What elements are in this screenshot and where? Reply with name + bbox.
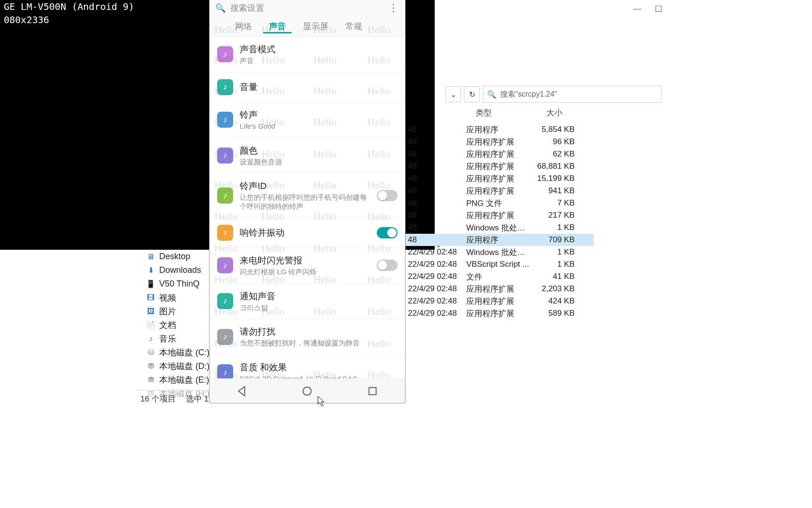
cell-type: 应用程序: [460, 235, 530, 246]
setting-icon: ♪: [217, 329, 233, 345]
cell-size: 7 KB: [530, 198, 577, 208]
setting-title: 铃声ID: [240, 180, 370, 192]
cell-type: 应用程序扩展: [460, 186, 530, 197]
table-row[interactable]: 48PNG 文件7 KB: [405, 197, 593, 209]
nav-item[interactable]: ♪音乐: [146, 332, 217, 345]
android-nav-bar: [210, 378, 405, 403]
table-row[interactable]: 48应用程序扩展217 KB: [405, 209, 593, 221]
settings-item[interactable]: ♪来电时闪光警报闪光灯根据 LG 铃声闪烁: [210, 248, 405, 283]
cell-date: 48: [408, 125, 460, 134]
chevron-down-icon: ⌄: [450, 90, 456, 99]
nav-label: Desktop: [159, 252, 190, 262]
cell-date: 48: [408, 174, 460, 183]
cell-type: 应用程序扩展: [460, 296, 530, 307]
settings-item[interactable]: ♪通知声音크리스탈: [210, 284, 405, 319]
explorer-search-input[interactable]: 🔍 搜索"scrcpy1.24": [483, 86, 662, 103]
nav-item[interactable]: 📄文档: [146, 318, 217, 332]
settings-item[interactable]: ♪铃声ID让您的手机根据呼叫您的手机号码创建每个呼叫的独特的铃声: [210, 173, 405, 218]
folder-icon: 🖼: [146, 307, 155, 316]
table-row[interactable]: 48应用程序扩展62 KB: [405, 148, 593, 160]
column-type[interactable]: 类型: [471, 107, 542, 118]
nav-item[interactable]: ⛃本地磁盘 (E:): [146, 373, 217, 386]
tab-general[interactable]: 常规: [337, 21, 371, 32]
address-history-dropdown[interactable]: ⌄: [445, 86, 461, 102]
nav-item[interactable]: 🎞视频: [146, 291, 217, 304]
table-row[interactable]: 22/4/29 02:48应用程序扩展2,203 KB: [405, 283, 593, 295]
setting-title: 声音模式: [240, 43, 398, 56]
nav-label: 图片: [159, 306, 176, 317]
setting-subtitle: 当您不想被打扰时，将通知设置为静音: [240, 339, 398, 348]
cell-size: 217 KB: [530, 211, 577, 220]
nav-item[interactable]: ⛁本地磁盘 (C:): [146, 345, 217, 359]
nav-item[interactable]: 🖥Desktop: [146, 250, 217, 263]
cell-size: 62 KB: [530, 149, 577, 159]
settings-item[interactable]: ♪响铃并振动: [210, 218, 405, 247]
tab-display[interactable]: 显示屏: [294, 21, 337, 32]
cell-type: 应用程序扩展: [460, 137, 530, 147]
status-item-count: 16 个项目: [140, 393, 176, 404]
tab-network[interactable]: 网络: [227, 21, 260, 32]
nav-item[interactable]: ⛃本地磁盘 (D:): [146, 359, 217, 373]
settings-item[interactable]: ♪颜色设置颜色音源: [210, 138, 405, 173]
setting-labels: 通知声音크리스탈: [240, 290, 398, 312]
cell-date: 48: [408, 186, 460, 196]
table-row[interactable]: 22/4/29 02:48文件41 KB: [405, 270, 593, 283]
setting-subtitle: 크리스탈: [240, 303, 398, 312]
recents-button[interactable]: [366, 385, 379, 398]
folder-icon: ⬇: [146, 266, 155, 275]
toggle-switch[interactable]: [377, 260, 398, 271]
cell-size: 941 KB: [530, 186, 577, 196]
setting-subtitle: 闪光灯根据 LG 铃声闪烁: [240, 268, 370, 277]
column-size[interactable]: 大小: [542, 107, 598, 118]
settings-item[interactable]: ♪请勿打扰当您不想被打扰时，将通知设置为静音: [210, 319, 405, 354]
explorer-column-headers: 类型 大小: [471, 107, 669, 118]
refresh-button[interactable]: ↻: [464, 86, 480, 102]
maximize-button[interactable]: ☐: [655, 4, 662, 14]
settings-item[interactable]: ♪音量: [210, 73, 405, 102]
setting-title: 请勿打扰: [240, 326, 398, 338]
cell-type: Windows 批处理...: [460, 222, 530, 233]
setting-icon: ♪: [217, 147, 233, 164]
nav-item[interactable]: ⬇Downloads: [146, 263, 217, 277]
explorer-toolbar: ⌄ ↻ 🔍 搜索"scrcpy1.24": [445, 85, 662, 104]
table-row[interactable]: 48应用程序扩展15,199 KB: [405, 172, 593, 185]
svg-rect-1: [369, 387, 376, 394]
setting-title: 铃声: [240, 109, 398, 121]
setting-labels: 来电时闪光警报闪光灯根据 LG 铃声闪烁: [240, 254, 370, 277]
setting-title: 颜色: [240, 145, 398, 157]
minimize-button[interactable]: —: [633, 4, 641, 14]
table-row[interactable]: 48应用程序709 KB: [405, 234, 593, 246]
home-button[interactable]: [300, 385, 314, 398]
setting-labels: 铃声ID让您的手机根据呼叫您的手机号码创建每个呼叫的独特的铃声: [240, 180, 370, 211]
table-row[interactable]: 48应用程序扩展941 KB: [405, 185, 593, 197]
toggle-switch[interactable]: [377, 227, 398, 238]
nav-label: 本地磁盘 (C:): [159, 347, 210, 358]
table-row[interactable]: 22/4/29 02:48Windows 批处理...1 KB: [405, 246, 593, 258]
setting-title: 音质 和效果: [240, 361, 398, 374]
nav-item[interactable]: 📱V50 ThinQ: [146, 277, 217, 291]
settings-item[interactable]: ♪声音模式声音: [210, 37, 405, 72]
setting-title: 响铃并振动: [240, 227, 370, 239]
cell-size: 1 KB: [530, 260, 577, 269]
toggle-switch[interactable]: [377, 190, 398, 201]
more-icon[interactable]: ⋮: [388, 2, 398, 14]
table-row[interactable]: 48应用程序扩展68,881 KB: [405, 160, 593, 172]
nav-label: V50 ThinQ: [159, 279, 200, 289]
table-row[interactable]: 48Windows 批处理...1 KB: [405, 221, 593, 234]
table-row[interactable]: 48应用程序5,854 KB: [405, 123, 593, 136]
back-button[interactable]: [235, 385, 249, 398]
table-row[interactable]: 22/4/29 02:48应用程序扩展424 KB: [405, 295, 593, 307]
setting-labels: 铃声Life's Good: [240, 109, 398, 131]
tab-sound[interactable]: 声音: [260, 21, 294, 32]
cell-size: 41 KB: [530, 272, 577, 281]
nav-item[interactable]: 🖼图片: [146, 304, 217, 318]
table-row[interactable]: 22/4/29 02:48应用程序扩展589 KB: [405, 307, 593, 320]
settings-item[interactable]: ♪铃声Life's Good: [210, 102, 405, 138]
cell-date: 22/4/29 02:48: [408, 284, 460, 294]
cell-type: 应用程序扩展: [460, 284, 530, 295]
explorer-file-list: 48应用程序5,854 KB48应用程序扩展96 KB48应用程序扩展62 KB…: [405, 123, 593, 320]
table-row[interactable]: 48应用程序扩展96 KB: [405, 136, 593, 148]
table-row[interactable]: 22/4/29 02:48VBScript Script ...1 KB: [405, 258, 593, 270]
settings-search[interactable]: 🔍 搜索设置 ⋮: [210, 0, 405, 16]
cell-type: 应用程序扩展: [460, 161, 530, 172]
